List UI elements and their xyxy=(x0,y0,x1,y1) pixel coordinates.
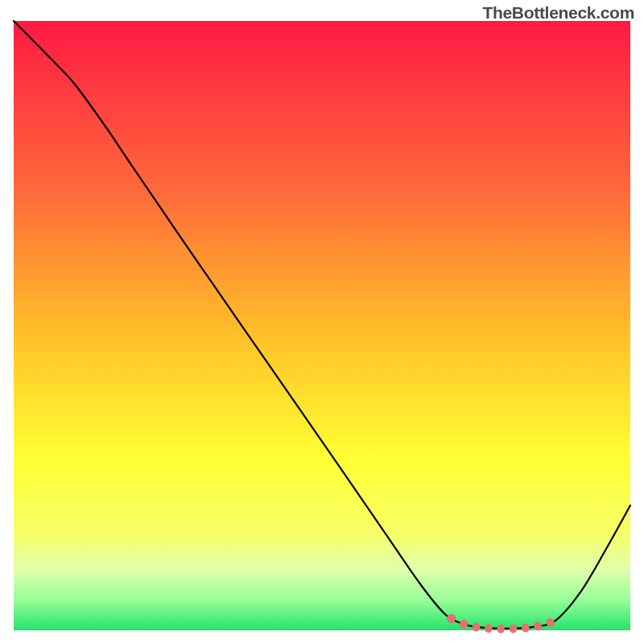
bottleneck-chart xyxy=(0,0,644,644)
watermark-label: TheBottleneck.com xyxy=(482,3,634,23)
marker-dash xyxy=(497,625,505,634)
plot-background xyxy=(14,21,630,630)
